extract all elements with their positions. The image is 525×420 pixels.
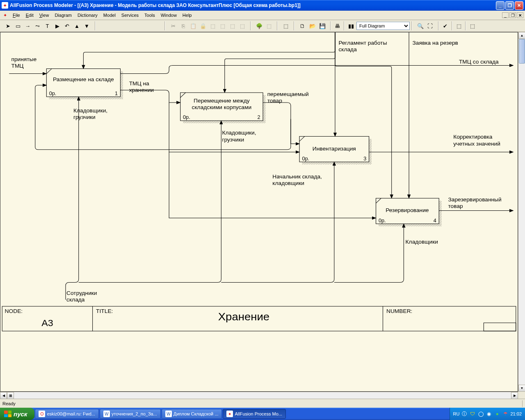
view-select[interactable]: Full Diagram xyxy=(356,22,410,30)
tool-tunnel[interactable]: ⤳ xyxy=(33,21,42,30)
svg-text:NUMBER:: NUMBER: xyxy=(386,308,412,314)
svg-rect-48 xyxy=(484,323,516,331)
window-title: AllFusion Process Modeler - [(A3) Хранен… xyxy=(10,2,496,8)
svg-text:Сотрудники: Сотрудники xyxy=(66,290,97,296)
close-button[interactable]: ✕ xyxy=(515,1,523,10)
svg-text:товар: товар xyxy=(448,203,463,210)
svg-text:хранении: хранении xyxy=(129,87,154,93)
tb-paste: 📋 xyxy=(188,21,198,30)
tb-hier[interactable]: ⬚ xyxy=(454,21,463,30)
system-tray[interactable]: RU ⓘ 🛡 ◯ ◉ ● ☂ 21:02 xyxy=(450,408,525,420)
svg-text:Перемещение между: Перемещение между xyxy=(194,98,250,104)
menu-diagram[interactable]: Diagram xyxy=(52,12,75,18)
svg-rect-2 xyxy=(46,69,120,97)
menu-dictionary[interactable]: Dictionary xyxy=(75,12,100,18)
svg-text:Кладовщики,: Кладовщики, xyxy=(73,107,107,114)
svg-text:склада: склада xyxy=(66,297,85,303)
mdi-minimize[interactable]: _ xyxy=(502,12,509,18)
tb-print[interactable]: 🖶 xyxy=(333,21,342,30)
svg-text:ТМЦ на: ТМЦ на xyxy=(129,80,150,87)
svg-text:Регламент работы: Регламент работы xyxy=(338,40,387,46)
tb-cut: ✂ xyxy=(169,21,178,30)
mdi-restore[interactable]: ❐ xyxy=(509,12,516,18)
tray-icon[interactable]: ● xyxy=(494,411,500,417)
tray-icon[interactable]: ⓘ xyxy=(461,411,468,417)
tool-down[interactable]: ▼ xyxy=(82,21,91,30)
svg-text:Заявка на резерв: Заявка на резерв xyxy=(413,40,458,46)
tool-box[interactable]: ▭ xyxy=(13,21,23,30)
tb-b: ⬚ xyxy=(218,21,227,30)
svg-text:товар: товар xyxy=(267,98,282,104)
tray-icon[interactable]: ☂ xyxy=(502,411,509,417)
scroll-down-icon[interactable]: ▼ xyxy=(518,385,525,392)
svg-text:принятые: принятые xyxy=(11,57,37,63)
tb-save[interactable]: 💾 xyxy=(317,21,327,30)
svg-text:2: 2 xyxy=(258,114,260,120)
tb-spell[interactable]: ✔ xyxy=(441,21,450,30)
minimize-button[interactable]: _ xyxy=(496,1,504,10)
menu-tools[interactable]: Tools xyxy=(142,12,158,18)
tb-last[interactable]: ⬚ xyxy=(468,21,477,30)
svg-text:Кладовщики: Кладовщики xyxy=(406,239,438,245)
tb-open[interactable]: 📂 xyxy=(308,21,317,30)
tool-arrow[interactable]: → xyxy=(23,21,32,30)
svg-text:перемещаемый: перемещаемый xyxy=(267,91,309,97)
svg-text:0р.: 0р. xyxy=(183,114,190,120)
svg-text:Начальник склада,: Начальник склада, xyxy=(272,173,322,180)
lang-indicator[interactable]: RU xyxy=(453,411,460,416)
svg-text:Размещение на складе: Размещение на складе xyxy=(53,76,114,82)
menu-window[interactable]: Window xyxy=(158,12,180,18)
svg-text:Зарезервированный: Зарезервированный xyxy=(448,197,501,203)
task-item-2[interactable]: Wуточнения_2_по_За... xyxy=(100,409,161,419)
tool-up[interactable]: ▲ xyxy=(72,21,82,30)
menu-view[interactable]: View xyxy=(37,12,52,18)
horizontal-scrollbar[interactable]: ◀ ▦ ▶ xyxy=(0,392,518,399)
svg-text:TITLE:: TITLE: xyxy=(96,308,113,314)
vertical-scrollbar[interactable]: ▲ ▼ xyxy=(518,32,525,392)
canvas-wrap: Размещение на складе 0р. 1 Перемещение м… xyxy=(0,32,525,399)
menu-file[interactable]: File xyxy=(10,12,23,18)
tb-new[interactable]: 🗋 xyxy=(298,21,307,30)
tb-palette[interactable]: ▮▮ xyxy=(346,21,356,30)
svg-text:Хранение: Хранение xyxy=(218,311,269,323)
tb-f[interactable]: ⬚ xyxy=(281,21,290,30)
svg-text:Корректировка: Корректировка xyxy=(453,134,493,140)
tray-icon[interactable]: ◉ xyxy=(486,411,492,417)
taskbar: пуск Oeskiz00@mail.ru: Fwd... Wуточнения… xyxy=(0,408,525,420)
scroll-tab-icon[interactable]: ▦ xyxy=(7,392,14,399)
svg-text:складскими корпусами: складскими корпусами xyxy=(192,104,252,110)
svg-text:0р.: 0р. xyxy=(379,218,386,224)
tray-icon[interactable]: ◯ xyxy=(477,411,484,417)
statusbar: Ready xyxy=(0,399,525,408)
task-item-4[interactable]: ✦AllFusion Process Mo... xyxy=(223,409,286,419)
svg-text:грузчики: грузчики xyxy=(222,137,244,143)
start-button[interactable]: пуск xyxy=(0,408,34,420)
task-item-1[interactable]: Oeskiz00@mail.ru: Fwd... xyxy=(35,409,99,419)
scroll-right-icon[interactable]: ▶ xyxy=(511,392,518,399)
tool-text[interactable]: T xyxy=(43,21,52,30)
menu-services[interactable]: Services xyxy=(119,12,142,18)
tb-a: ⬚ xyxy=(208,21,217,30)
svg-text:ТМЦ: ТМЦ xyxy=(11,63,23,69)
tool-undo[interactable]: ↶ xyxy=(62,21,72,30)
clock[interactable]: 21:02 xyxy=(510,411,522,416)
tool-play[interactable]: ▶ xyxy=(52,21,62,30)
svg-text:3: 3 xyxy=(363,156,366,162)
task-item-3[interactable]: WДиплом Складской ... xyxy=(162,409,222,419)
tb-fit[interactable]: ⛶ xyxy=(425,21,435,30)
tray-icon[interactable]: 🛡 xyxy=(469,411,476,417)
tb-zoom[interactable]: 🔍 xyxy=(415,21,425,30)
maximize-button[interactable]: ❐ xyxy=(505,1,514,10)
titlebar: ✦ AllFusion Process Modeler - [(A3) Хран… xyxy=(0,0,525,11)
scroll-left-icon[interactable]: ◀ xyxy=(0,392,7,399)
svg-text:склада: склада xyxy=(338,47,357,53)
menu-help[interactable]: Help xyxy=(180,12,195,18)
scroll-up-icon[interactable]: ▲ xyxy=(518,32,525,39)
tb-tree[interactable]: 🌳 xyxy=(254,21,264,30)
mdi-close[interactable]: ✕ xyxy=(517,12,523,18)
menu-model[interactable]: Model xyxy=(100,12,119,18)
tool-pointer[interactable]: ➤ xyxy=(3,21,13,30)
diagram-canvas[interactable]: Размещение на складе 0р. 1 Перемещение м… xyxy=(0,32,518,392)
menu-edit[interactable]: Edit xyxy=(23,12,37,18)
svg-text:учетных значений: учетных значений xyxy=(453,141,500,147)
